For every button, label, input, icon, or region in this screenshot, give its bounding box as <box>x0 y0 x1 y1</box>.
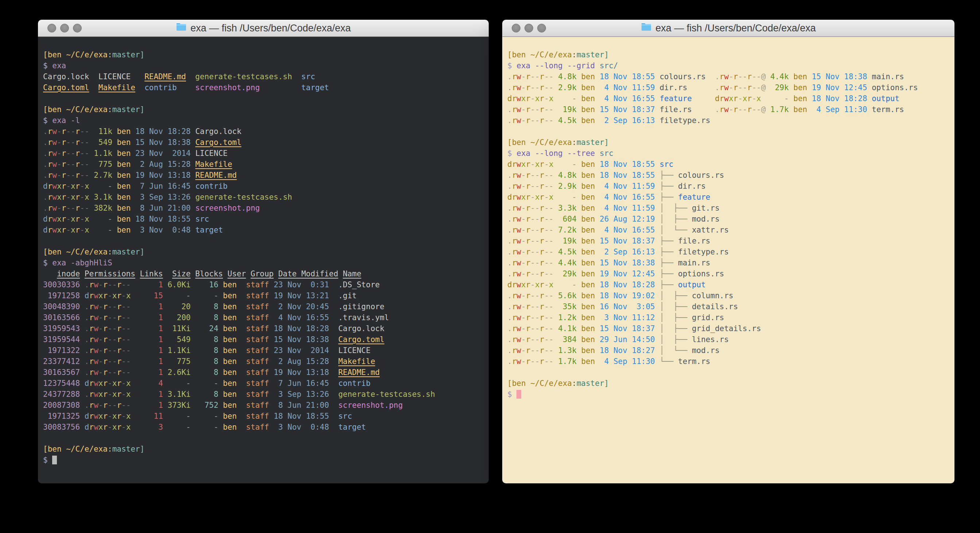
terminal-line: .rw-r--r-- 19k ben 15 Nov 18:37 file.rs … <box>508 104 951 115</box>
terminal-line: 20087308 .rw-r--r-- 1 373Ki 752 ben staf… <box>43 400 485 411</box>
terminal-content-dark[interactable]: [ben ~/C/e/exa:master]$ exaCargo.lock LI… <box>38 37 489 484</box>
desktop: exa — fish /Users/ben/Code/exa/exa [ben … <box>0 0 980 533</box>
terminal-cursor <box>517 390 521 399</box>
zoom-button[interactable] <box>537 24 546 32</box>
terminal-line: 1971325 drwxr-xr-x 11 - - ben staff 18 N… <box>43 411 485 422</box>
terminal-line: [ben ~/C/e/exa:master] <box>43 49 485 60</box>
titlebar[interactable]: exa — fish /Users/ben/Code/exa/exa <box>38 20 489 37</box>
terminal-line: .rw-r--r-- 1.1k ben 23 Nov 2014 LICENCE <box>43 148 485 159</box>
terminal-line: 1971322 .rw-r--r-- 1 1.1Ki 8 ben staff 2… <box>43 345 485 356</box>
window-title: exa — fish /Users/ben/Code/exa/exa <box>655 22 816 34</box>
terminal-line: $ <box>43 455 485 466</box>
terminal-line: drwxr-xr-x - ben 18 Nov 18:55 src <box>43 214 485 225</box>
minimize-button[interactable] <box>525 24 533 32</box>
terminal-line: [ben ~/C/e/exa:master] <box>508 137 951 148</box>
close-button[interactable] <box>48 24 56 32</box>
terminal-line: 30030336 .rw-r--r-- 1 6.0Ki 16 ben staff… <box>43 279 485 290</box>
terminal-line: drwxr-xr-x - ben 18 Nov 18:55 src <box>508 159 951 170</box>
terminal-line: 30048390 .rw-r--r-- 1 20 8 ben staff 2 N… <box>43 301 485 312</box>
terminal-line: [ben ~/C/e/exa:master] <box>43 444 485 455</box>
traffic-lights <box>48 20 82 37</box>
terminal-line: .rw-r--r-- 4.8k ben 18 Nov 18:55 ├── col… <box>508 170 951 181</box>
terminal-line: .rw-r--r-- 4.1k ben 15 Nov 18:37 │ ├── g… <box>508 323 951 334</box>
terminal-line: .rw-r--r-- 2.9k ben 4 Nov 11:59 dir.rs .… <box>508 82 951 93</box>
terminal-line: 31959544 .rw-r--r-- 1 549 8 ben staff 15… <box>43 334 485 345</box>
folder-icon <box>641 22 652 34</box>
terminal-line: .rw-r--r-- 3.3k ben 4 Nov 11:59 │ ├── gi… <box>508 203 951 214</box>
terminal-line: [ben ~/C/e/exa:master] <box>43 104 485 115</box>
terminal-line: .rw-r--r-- 1.2k ben 3 Nov 11:12 │ ├── gr… <box>508 312 951 323</box>
terminal-line: $ exa --long --grid src/ <box>508 60 951 71</box>
terminal-line: 1971258 drwxr-xr-x 15 - - ben staff 19 N… <box>43 290 485 301</box>
terminal-line: drwxr-xr-x - ben 18 Nov 18:28 ├── output <box>508 279 951 290</box>
terminal-line: .rw-r--r-- 384 ben 29 Jun 14:50 │ ├── li… <box>508 334 951 345</box>
zoom-button[interactable] <box>73 24 82 32</box>
window-title: exa — fish /Users/ben/Code/exa/exa <box>190 22 351 34</box>
terminal-line: drwxr-xr-x - ben 3 Nov 0:48 target <box>43 225 485 235</box>
terminal-line: .rw-r--r-- 35k ben 16 Nov 3:05 │ ├── det… <box>508 301 951 312</box>
terminal-line: .rw-r--r-- 775 ben 2 Aug 15:28 Makefile <box>43 159 485 170</box>
terminal-line: [ben ~/C/e/exa:master] <box>508 378 951 389</box>
terminal-line: drwxr-xr-x - ben 4 Nov 16:55 ├── feature <box>508 191 951 203</box>
terminal-line: drwxr-xr-x - ben 4 Nov 16:55 feature drw… <box>508 93 951 104</box>
terminal-cursor <box>52 456 57 464</box>
terminal-line: .rw-r--r-- 1.3k ben 18 Nov 18:27 │ └── m… <box>508 345 951 356</box>
terminal-line: inode Permissions Links Size Blocks User… <box>43 268 485 279</box>
terminal-line: $ exa --long --tree src <box>508 148 951 159</box>
terminal-line: .rwxr-xr-x 3.1k ben 3 Sep 13:26 generate… <box>43 191 485 203</box>
terminal-line: .rw-r--r-- 5.6k ben 18 Nov 19:02 │ ├── c… <box>508 290 951 301</box>
terminal-line: .rw-r--r-- 7.2k ben 4 Nov 16:55 │ └── xa… <box>508 225 951 235</box>
terminal-line: $ exa -l <box>43 115 485 126</box>
terminal-line: .rw-r--r-- 4.8k ben 18 Nov 18:55 colours… <box>508 71 951 82</box>
terminal-line: drwxr-xr-x - ben 7 Jun 16:45 contrib <box>43 181 485 191</box>
terminal-line: 30163566 .rw-r--r-- 1 200 8 ben staff 4 … <box>43 312 485 323</box>
terminal-line: $ <box>508 389 951 400</box>
terminal-line <box>508 126 951 137</box>
terminal-line: .rw-r--r-- 11k ben 18 Nov 18:28 Cargo.lo… <box>43 126 485 137</box>
terminal-line: .rw-r--r-- 549 ben 15 Nov 18:38 Cargo.to… <box>43 137 485 148</box>
terminal-line: $ exa -abghHliS <box>43 257 485 268</box>
terminal-line: .rw-r--r-- 1.7k ben 4 Sep 11:30 └── term… <box>508 356 951 367</box>
terminal-window-light: exa — fish /Users/ben/Code/exa/exa [ben … <box>502 20 955 484</box>
terminal-line: 23377412 .rw-r--r-- 1 775 8 ben staff 2 … <box>43 356 485 367</box>
terminal-line: 30083756 drwxr-xr-x 3 - - ben staff 3 No… <box>43 422 485 432</box>
terminal-line <box>43 93 485 104</box>
terminal-line <box>43 235 485 246</box>
terminal-line: 24377288 .rwxr-xr-x 1 3.1Ki 8 ben staff … <box>43 389 485 400</box>
terminal-line: .rw-r--r-- 4.4k ben 15 Nov 18:38 ├── mai… <box>508 257 951 268</box>
terminal-line: .rw-r--r-- 4.5k ben 2 Sep 16:13 filetype… <box>508 115 951 126</box>
terminal-line: $ exa <box>43 60 485 71</box>
terminal-line: 30163567 .rw-r--r-- 1 2.6Ki 8 ben staff … <box>43 367 485 378</box>
minimize-button[interactable] <box>60 24 69 32</box>
folder-icon <box>176 22 187 34</box>
terminal-line: 12375448 drwxr-xr-x 4 - - ben staff 7 Ju… <box>43 378 485 389</box>
terminal-line: Cargo.toml Makefile contrib screenshot.p… <box>43 82 485 93</box>
traffic-lights <box>512 20 546 37</box>
terminal-line: [ben ~/C/e/exa:master] <box>43 246 485 257</box>
terminal-content-light[interactable]: [ben ~/C/e/exa:master]$ exa --long --gri… <box>502 37 955 484</box>
close-button[interactable] <box>512 24 520 32</box>
terminal-line: Cargo.lock LICENCE README.md generate-te… <box>43 71 485 82</box>
terminal-line <box>43 432 485 444</box>
terminal-line: .rw-r--r-- 382k ben 8 Jun 21:00 screensh… <box>43 203 485 214</box>
terminal-line: .rw-r--r-- 2.9k ben 4 Nov 11:59 ├── dir.… <box>508 181 951 191</box>
terminal-line: 31959543 .rw-r--r-- 1 11Ki 24 ben staff … <box>43 323 485 334</box>
terminal-line <box>508 367 951 378</box>
titlebar[interactable]: exa — fish /Users/ben/Code/exa/exa <box>502 20 955 37</box>
terminal-window-dark: exa — fish /Users/ben/Code/exa/exa [ben … <box>38 20 489 484</box>
terminal-line: .rw-r--r-- 19k ben 15 Nov 18:37 ├── file… <box>508 235 951 246</box>
terminal-line: [ben ~/C/e/exa:master] <box>508 49 951 60</box>
terminal-line: .rw-r--r-- 2.7k ben 19 Nov 13:18 README.… <box>43 170 485 181</box>
terminal-line: .rw-r--r-- 29k ben 19 Nov 12:45 ├── opti… <box>508 268 951 279</box>
terminal-line: .rw-r--r-- 4.5k ben 2 Sep 16:13 ├── file… <box>508 246 951 257</box>
terminal-line: .rw-r--r-- 604 ben 26 Aug 12:19 │ ├── mo… <box>508 214 951 225</box>
